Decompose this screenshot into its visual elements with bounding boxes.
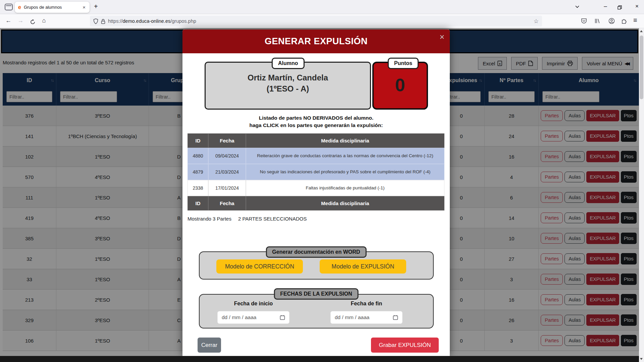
modal-title: GENERAR EXPULSIÓN [182,29,450,53]
forward-button[interactable]: → [16,17,25,24]
alumno-group: (1ºESO - A) [206,83,370,94]
fecha-fin-input[interactable]: dd / mm / aaaa [330,311,402,324]
new-tab-button[interactable]: + [94,3,98,10]
reload-icon[interactable] [28,18,37,25]
account-icon[interactable] [608,18,615,24]
parte-cell: 4880 [187,148,208,164]
close-window-button[interactable]: × [632,3,642,10]
tab-strip: e Grupos de alumnos × + – × [0,0,644,14]
grabar-expulsion-button[interactable]: Grabar EXPULSIÓN [371,338,439,353]
pocket-icon[interactable] [581,18,587,24]
scroll-up-arrow[interactable] [640,30,643,32]
lock-icon[interactable] [101,18,105,24]
cerrar-button[interactable]: Cerrar [198,338,221,353]
fecha-inicio-input[interactable]: dd / mm / aaaa [217,311,289,324]
menu-hamburger-icon[interactable]: ≡ [633,16,637,24]
browser-tab[interactable]: e Grupos de alumnos × [15,2,90,13]
bookmark-star-icon[interactable]: ☆ [534,18,539,25]
parte-cell: Reiteración grave de conductas contraria… [246,148,444,164]
partes-col-medida: Medida disciplinaria [246,133,444,148]
parte-row[interactable]: 488009/04/2024Reiteración grave de condu… [187,148,444,164]
url-bar[interactable]: https://demo.educa-online.es/grupos.php … [90,16,542,26]
puntos-value: 0 [374,63,427,107]
url-text[interactable]: https://demo.educa-online.es/grupos.php [108,18,531,24]
parte-cell: Faltas injustificadas de puntualidad (-1… [246,180,444,196]
parte-cell: 2338 [187,180,208,196]
expulsion-modal: GENERAR EXPULSIÓN × Alumno Ortiz Martín,… [182,29,450,356]
url-path: /grupos.php [170,18,196,24]
partes-col-fecha: Fecha [208,133,246,148]
restore-button[interactable] [618,4,622,10]
favicon: e [18,5,21,10]
parte-cell: No seguir las indicaciones del profesora… [246,164,444,180]
word-section-label: Generar documentación en WORD [266,246,366,258]
fecha-inicio-label: Fecha de inicio [217,301,289,307]
url-domain: demo.educa-online.es [123,18,171,24]
parte-cell: 17/01/2024 [208,180,246,196]
browser-window: e Grupos de alumnos × + – × ← → ⌂ https:… [0,0,644,362]
partes-summary: Mostrando 3 Partes 2 PARTES SELECCIONADO… [187,216,307,222]
partes-shown-count: Mostrando 3 Partes [187,216,231,222]
partes-table-footer: IDFechaMedida disciplinaria [187,196,444,210]
calendar-icon [393,315,398,320]
modal-close-icon[interactable]: × [439,33,444,41]
modal-instructions: Listado de partes NO DERIVADOS del alumn… [182,114,450,129]
partes-table-header: IDFechaMedida disciplinaria [187,133,444,148]
browser-scrollbar[interactable] [639,28,644,362]
shield-icon[interactable] [93,18,98,24]
alumno-label: Alumno [272,58,305,69]
parte-row[interactable]: 233817/01/2024Faltas injustificadas de p… [187,180,444,196]
library-icon[interactable] [594,18,600,24]
parte-cell: 21/03/2024 [208,164,246,180]
tab-title: Grupos de alumnos [24,5,79,10]
modal-header: GENERAR EXPULSIÓN × [182,29,450,53]
fechas-section-label: FECHAS DE LA EXPULSION [274,288,359,300]
page-footer-bar [0,356,639,362]
firefox-view-icon[interactable] [5,4,13,10]
home-button[interactable]: ⌂ [40,17,48,24]
back-button[interactable]: ← [4,17,13,24]
partes-col-id: ID [187,133,208,148]
list-tabs-chevron-icon[interactable] [572,3,582,10]
close-tab-icon[interactable]: × [82,4,86,10]
partes-col-fecha: Fecha [208,196,246,210]
partes-col-medida: Medida disciplinaria [246,196,444,210]
puntos-label: Puntos [388,58,419,69]
scrollbar-thumb[interactable] [640,36,643,99]
modelo-expulsion-button[interactable]: Modelo de EXPULSIÓN [320,259,406,274]
minimize-button[interactable]: – [600,3,610,10]
extensions-puzzle-icon[interactable] [621,18,627,24]
parte-cell: 4879 [187,164,208,180]
nav-toolbar: ← → ⌂ https://demo.educa-online.es/grupo… [0,14,644,28]
modelo-correccion-button[interactable]: Modelo de CORRECCIÓN [216,259,303,274]
calendar-icon [280,315,285,320]
partes-selected-count: 2 PARTES SELECCIONADOS [238,216,307,222]
parte-row[interactable]: 487921/03/2024No seguir las indicaciones… [187,164,444,180]
scroll-down-arrow[interactable] [640,358,643,360]
partes-col-id: ID [187,196,208,210]
url-protocol: https:// [108,18,123,24]
fecha-fin-label: Fecha de fin [330,301,402,307]
alumno-name: Ortiz Martín, Candela [206,72,370,83]
partes-table: IDFechaMedida disciplinaria488009/04/202… [187,133,444,210]
parte-cell: 09/04/2024 [208,148,246,164]
